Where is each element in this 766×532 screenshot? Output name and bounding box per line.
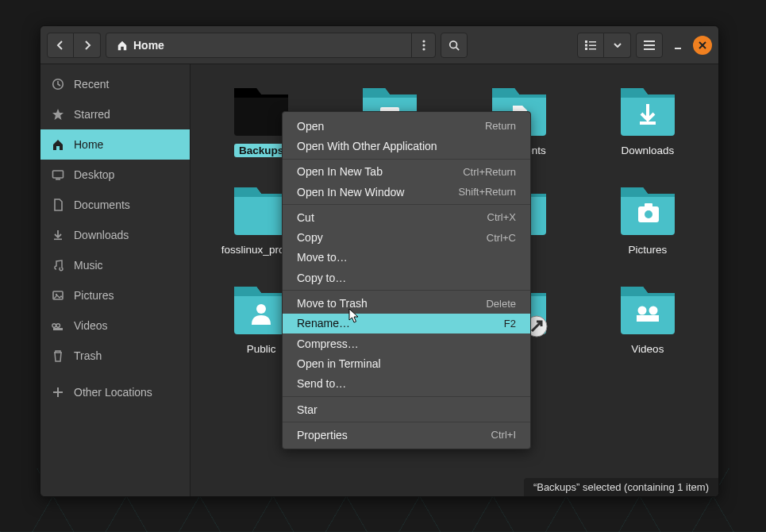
search-button[interactable] bbox=[441, 33, 468, 58]
context-menu-label: Open in Terminal bbox=[297, 357, 381, 370]
hamburger-menu-button[interactable] bbox=[636, 33, 663, 58]
sidebar-item-label: Starred bbox=[74, 108, 110, 121]
context-menu-label: Move to… bbox=[297, 251, 348, 264]
svg-rect-11 bbox=[644, 40, 655, 42]
folder-icon bbox=[616, 277, 679, 337]
sidebar-item-label: Music bbox=[74, 259, 103, 272]
sidebar-item-starred[interactable]: Starred bbox=[40, 99, 190, 129]
context-menu-label: Move to Trash bbox=[297, 297, 368, 310]
context-menu-item[interactable]: OpenReturn bbox=[283, 116, 530, 136]
sidebar-item-label: Pictures bbox=[74, 289, 114, 302]
downloads-icon bbox=[52, 229, 64, 241]
context-menu-label: Open In New Window bbox=[297, 186, 404, 199]
context-menu-item[interactable]: Move to… bbox=[283, 248, 530, 268]
context-menu-item[interactable]: Move to TrashDelete bbox=[283, 293, 530, 313]
sidebar-item-label: Recent bbox=[74, 78, 109, 91]
context-menu-label: Open With Other Application bbox=[297, 140, 437, 152]
home-icon bbox=[116, 39, 129, 52]
view-mode-button[interactable] bbox=[577, 33, 604, 58]
sidebar-item-label: Other Locations bbox=[74, 386, 152, 399]
file-label: Public bbox=[242, 342, 281, 356]
svg-rect-7 bbox=[585, 44, 587, 46]
context-menu-accel: Ctrl+I bbox=[491, 429, 516, 441]
sidebar-item-label: Videos bbox=[74, 319, 108, 332]
documents-icon bbox=[52, 199, 64, 211]
context-menu-label: Star bbox=[297, 403, 318, 416]
context-menu: OpenReturnOpen With Other ApplicationOpe… bbox=[282, 111, 531, 449]
back-button[interactable] bbox=[47, 33, 74, 58]
context-menu-accel: Delete bbox=[486, 298, 516, 310]
videos-icon bbox=[52, 319, 64, 332]
svg-rect-5 bbox=[585, 40, 587, 43]
context-menu-item[interactable]: CutCtrl+X bbox=[283, 207, 530, 227]
nav-buttons bbox=[47, 33, 101, 58]
svg-point-1 bbox=[422, 44, 425, 46]
svg-line-4 bbox=[456, 47, 460, 50]
sidebar-item-home[interactable]: Home bbox=[40, 129, 190, 160]
folder-icon bbox=[616, 79, 679, 139]
context-menu-label: Copy bbox=[297, 231, 323, 244]
status-text: “Backups” selected (containing 1 item) bbox=[533, 481, 709, 493]
context-menu-label: Compress… bbox=[297, 337, 359, 350]
sidebar-item-recent[interactable]: Recent bbox=[40, 69, 190, 99]
context-menu-accel: Ctrl+C bbox=[487, 232, 516, 244]
context-menu-item[interactable]: Send to… bbox=[283, 374, 530, 394]
context-menu-item[interactable]: Open In New TabCtrl+Return bbox=[283, 162, 530, 182]
forward-button[interactable] bbox=[74, 33, 101, 58]
context-menu-label: Properties bbox=[297, 429, 348, 441]
context-menu-item[interactable]: Open in Terminal bbox=[283, 353, 530, 373]
context-menu-accel: Shift+Return bbox=[458, 186, 516, 198]
sidebar-item-music[interactable]: Music bbox=[40, 250, 190, 280]
svg-rect-14 bbox=[675, 48, 681, 49]
view-dropdown-button[interactable] bbox=[604, 33, 631, 58]
svg-point-2 bbox=[422, 48, 425, 50]
file-label: Pictures bbox=[623, 243, 672, 256]
sidebar-item-documents[interactable]: Documents bbox=[40, 190, 190, 220]
pathbar-menu-button[interactable] bbox=[411, 33, 435, 57]
file-label: Videos bbox=[626, 342, 668, 356]
sidebar-item-pictures[interactable]: Pictures bbox=[40, 280, 190, 310]
starred-icon bbox=[52, 108, 64, 121]
context-menu-label: Open bbox=[297, 120, 324, 133]
music-icon bbox=[52, 259, 64, 272]
svg-point-0 bbox=[422, 40, 425, 42]
context-menu-accel: F2 bbox=[504, 318, 516, 330]
context-menu-item[interactable]: Star bbox=[283, 399, 530, 419]
sidebar-item-downloads[interactable]: Downloads bbox=[40, 220, 190, 250]
context-menu-item[interactable]: PropertiesCtrl+I bbox=[283, 425, 530, 445]
svg-rect-10 bbox=[589, 48, 596, 50]
other-icon bbox=[52, 386, 64, 399]
desktop-icon bbox=[52, 168, 64, 181]
context-menu-item[interactable]: Compress… bbox=[283, 333, 530, 353]
file-label: Downloads bbox=[616, 144, 679, 157]
file-item[interactable]: Downloads bbox=[583, 79, 712, 157]
breadcrumb-home[interactable]: Home bbox=[106, 33, 174, 57]
context-menu-separator bbox=[283, 159, 530, 160]
headerbar: Home bbox=[40, 26, 718, 64]
context-menu-item[interactable]: CopyCtrl+C bbox=[283, 227, 530, 247]
context-menu-item[interactable]: Rename…F2 bbox=[283, 314, 530, 333]
context-menu-separator bbox=[283, 396, 530, 397]
sidebar-item-label: Documents bbox=[74, 199, 130, 211]
sidebar-item-label: Desktop bbox=[74, 168, 114, 181]
context-menu-item[interactable]: Open With Other Application bbox=[283, 136, 530, 156]
context-menu-item[interactable]: Copy to… bbox=[283, 268, 530, 287]
sidebar-item-other[interactable]: Other Locations bbox=[40, 377, 190, 407]
context-menu-label: Open In New Tab bbox=[297, 165, 383, 178]
context-menu-separator bbox=[283, 204, 530, 205]
close-button[interactable] bbox=[693, 36, 712, 55]
sidebar-item-desktop[interactable]: Desktop bbox=[40, 160, 190, 190]
minimize-button[interactable] bbox=[668, 33, 688, 58]
sidebar-item-trash[interactable]: Trash bbox=[40, 341, 190, 371]
folder-icon bbox=[616, 178, 679, 238]
context-menu-accel: Return bbox=[485, 120, 516, 132]
file-item[interactable]: Pictures bbox=[583, 178, 712, 256]
sidebar-item-label: Trash bbox=[74, 349, 102, 362]
sidebar-item-videos[interactable]: Videos bbox=[40, 310, 190, 341]
file-label: Backups bbox=[234, 144, 288, 157]
context-menu-item[interactable]: Open In New WindowShift+Return bbox=[283, 182, 530, 202]
pathbar: Home bbox=[106, 33, 436, 58]
sidebar: RecentStarredHomeDesktopDocumentsDownloa… bbox=[40, 64, 191, 496]
breadcrumb-label: Home bbox=[133, 39, 164, 52]
file-item[interactable]: Videos bbox=[583, 277, 712, 356]
